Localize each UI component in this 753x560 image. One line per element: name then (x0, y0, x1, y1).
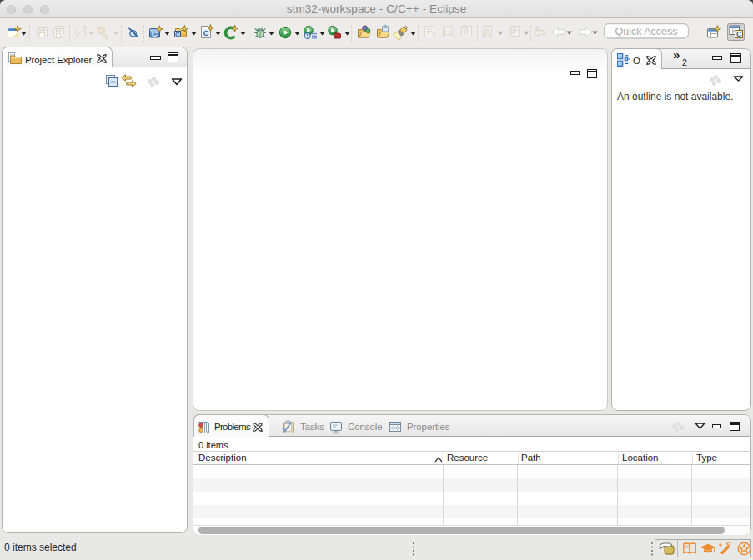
svg-text:C: C (152, 29, 158, 38)
svg-text:C: C (203, 29, 209, 38)
svg-text:C: C (175, 31, 180, 38)
svg-text:C: C (736, 30, 741, 38)
svg-text:Quick Access: Quick Access (615, 26, 677, 38)
